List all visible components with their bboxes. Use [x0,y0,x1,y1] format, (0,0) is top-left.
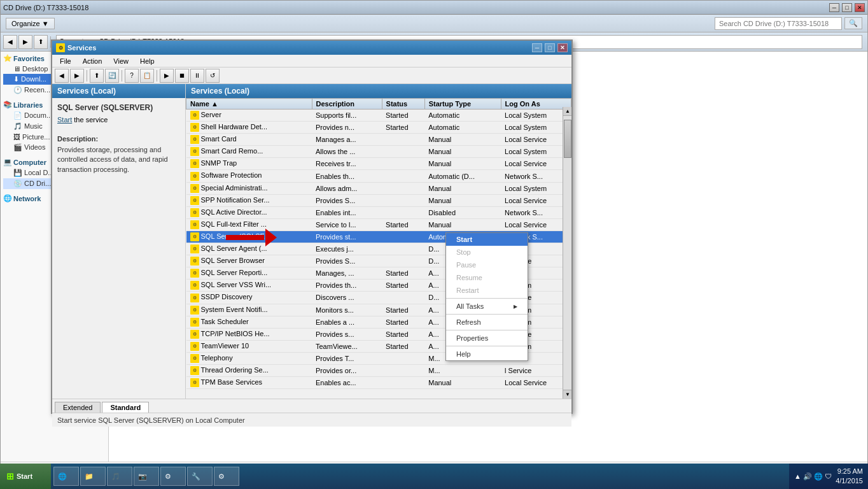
menu-view[interactable]: View [108,56,134,66]
back-button[interactable]: ◀ [3,35,17,49]
ctx-pause[interactable]: Pause [446,259,528,271]
explorer-maximize-button[interactable]: □ [842,3,852,12]
tab-extended[interactable]: Extended [55,402,101,413]
svc-icon: ⚙ [190,294,199,302]
svc-desc-cell: Allows the ... [312,146,382,158]
svc-status-cell [382,170,424,182]
taskbar-app4[interactable]: 📷 [134,467,159,486]
menu-action[interactable]: Action [78,56,108,66]
col-status[interactable]: Status [382,99,424,110]
tray-icons: ▲ 🔊 🌐 🛡 [794,472,832,481]
table-row[interactable]: ⚙Special Administrati... Allows adm... M… [186,182,571,194]
ctx-start[interactable]: Start [446,233,528,246]
forward-button[interactable]: ▶ [18,35,32,49]
svc-logon-cell: l Service [501,364,571,376]
ctx-all-tasks[interactable]: All Tasks ▶ [446,300,528,313]
scrollbar[interactable]: ▲ ▼ [563,107,571,399]
svc-status-cell [382,206,424,218]
table-row[interactable]: ⚙Server Supports fil... Started Automati… [186,110,571,122]
ctx-refresh[interactable]: Refresh [446,316,528,329]
table-row[interactable]: ⚙Shell Hardware Det... Provides n... Sta… [186,122,571,134]
taskbar-ie[interactable]: 🌐 [53,467,79,486]
svc-icon: ⚙ [190,269,199,278]
services-maximize-button[interactable]: □ [545,43,555,52]
svc-startup-cell: Manual [424,218,501,230]
ctx-sep1 [446,298,528,299]
tab-standard[interactable]: Standard [102,402,149,413]
svc-icon: ⚙ [190,330,199,339]
svc-logon-cell: Network S... [501,206,571,218]
toolbar-back[interactable]: ◀ [55,69,69,83]
svc-logon-cell: Local Service [501,377,571,389]
toolbar-restart[interactable]: ↺ [206,69,220,83]
table-row[interactable]: ⚙Smart Card Remo... Allows the ... Manua… [186,146,571,158]
table-row[interactable]: ⚙UPnP Device Host Allows UPn... Automati… [186,389,571,390]
table-row[interactable]: ⚙TPM Base Services Enables ac... Manual … [186,377,571,389]
svc-logon-cell: Local System [501,182,571,194]
col-desc[interactable]: Description [312,99,382,110]
col-name[interactable]: Name ▲ [186,99,312,110]
svc-desc-cell: Manages a... [312,134,382,146]
search-button[interactable]: 🔍 [844,17,862,29]
toolbar-export[interactable]: 📋 [140,69,154,83]
scroll-up[interactable]: ▲ [563,107,571,116]
toolbar-stop[interactable]: ⏹ [175,69,189,83]
table-row[interactable]: ⚙SPP Notification Ser... Provides S... M… [186,194,571,206]
menu-help[interactable]: Help [135,56,160,66]
scroll-down[interactable]: ▼ [563,390,571,399]
toolbar-play[interactable]: ▶ [160,69,174,83]
explorer-title: CD Drive (D:) T7333-15018 [3,4,827,11]
svc-icon: ⚙ [190,184,199,193]
toolbar-refresh[interactable]: 🔄 [105,69,119,83]
table-row[interactable]: ⚙SQL Active Director... Enables int... D… [186,206,571,218]
taskbar-tray: ▲ 🔊 🌐 🛡 9:25 AM 4/1/2015 [789,464,868,489]
menu-file[interactable]: File [55,56,76,66]
scroll-thumb[interactable] [564,120,571,158]
svc-status-cell [382,146,424,158]
organize-button[interactable]: Organize ▼ [6,18,55,29]
red-arrow [226,228,277,247]
svc-name-cell: ⚙Smart Card Remo... [186,146,312,158]
ctx-stop[interactable]: Stop [446,246,528,259]
explorer-close-button[interactable]: ✕ [855,3,865,12]
svc-icon: ⚙ [190,172,199,181]
toolbar-pause[interactable]: ⏸ [190,69,204,83]
svc-startup-cell: Manual [424,377,501,389]
ctx-help[interactable]: Help [446,348,528,360]
table-row[interactable]: ⚙SNMP Trap Receives tr... Manual Local S… [186,158,571,170]
svc-icon: ⚙ [190,208,199,217]
toolbar-help[interactable]: ? [125,69,139,83]
service-start-link[interactable]: Start [57,116,72,124]
svc-startup-cell: Disabled [424,206,501,218]
up-button[interactable]: ⬆ [34,35,48,49]
services-right-header: Services (Local) [186,84,571,98]
svc-startup-cell: Automatic [424,110,501,122]
ctx-restart[interactable]: Restart [446,284,528,297]
taskbar-app7[interactable]: ⚙ [214,467,239,486]
col-startup[interactable]: Startup Type [424,99,501,110]
table-row[interactable]: ⚙Thread Ordering Se... Provides or... M.… [186,364,571,376]
taskbar-app5[interactable]: ⚙ [160,467,186,486]
toolbar-up[interactable]: ⬆ [90,69,104,83]
svc-icon: ⚙ [190,159,199,168]
svc-icon: ⚙ [190,354,199,363]
services-minimize-button[interactable]: ─ [532,43,542,52]
services-close-button[interactable]: ✕ [557,43,568,52]
toolbar-forward[interactable]: ▶ [70,69,84,83]
start-button[interactable]: ⊞ Start [0,464,51,489]
svc-status-cell: Started [382,110,424,122]
start-label: Start [17,472,32,480]
svc-status-cell: Started [382,340,424,352]
taskbar-explorer[interactable]: 📁 [80,467,106,486]
col-logon[interactable]: Log On As [501,99,571,110]
taskbar-wmp[interactable]: 🎵 [107,467,132,486]
explorer-minimize-button[interactable]: ─ [829,3,839,12]
search-input[interactable] [715,17,842,30]
table-row[interactable]: ⚙Smart Card Manages a... Manual Local Se… [186,134,571,146]
desc-header: Description: [57,135,180,143]
ctx-resume[interactable]: Resume [446,271,528,284]
ctx-properties[interactable]: Properties [446,332,528,344]
table-row[interactable]: ⚙Software Protection Enables th... Autom… [186,170,571,182]
taskbar-app6[interactable]: 🔧 [187,467,213,486]
taskbar-clock: 9:25 AM 4/1/2015 [836,467,863,486]
